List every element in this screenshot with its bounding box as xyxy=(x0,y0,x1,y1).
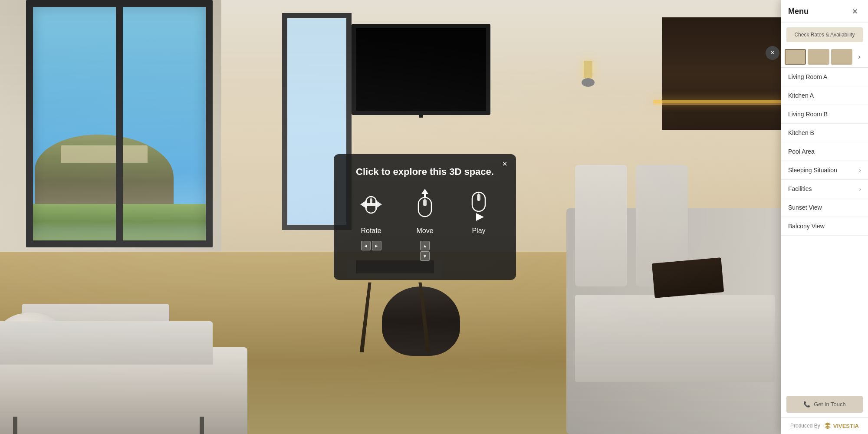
move-mouse-icon xyxy=(410,188,440,223)
play-mouse-icon xyxy=(464,188,494,223)
key-up: ▲ xyxy=(420,241,430,250)
thumbnail-3[interactable] xyxy=(831,49,852,65)
menu-item-kitchen-b[interactable]: Kitchen B xyxy=(781,124,868,142)
facilities-arrow: › xyxy=(859,185,861,192)
phone-icon: 📞 xyxy=(803,401,810,408)
wall-lamp xyxy=(582,61,595,87)
thumbnail-2[interactable] xyxy=(808,49,829,65)
sidebar-menu: Menu × Check Rates & Availability › Livi… xyxy=(781,0,868,434)
produced-by-footer: Produced By VIVESTIA xyxy=(781,417,868,434)
move-label: Move xyxy=(416,227,433,235)
vivestia-brand-name: VIVESTIA xyxy=(833,423,859,429)
rotate-label: Rotate xyxy=(361,227,381,235)
sidebar-title: Menu xyxy=(788,7,809,16)
move-keys: ▲ ▼ xyxy=(420,241,430,261)
get-in-touch-label: Get In Touch xyxy=(814,401,845,408)
instruction-controls: Rotate ◄ ► xyxy=(344,188,506,261)
menu-item-sunset-view[interactable]: Sunset View xyxy=(781,198,868,217)
key-left: ◄ xyxy=(361,241,371,250)
play-label: Play xyxy=(472,227,485,235)
check-rates-button[interactable]: Check Rates & Availability xyxy=(786,27,863,42)
menu-item-sleeping-situation[interactable]: Sleeping Situation › xyxy=(781,161,868,180)
move-control: Move ▲ ▼ xyxy=(398,188,452,261)
rotate-keys: ◄ ► xyxy=(361,241,381,250)
menu-item-balcony-view[interactable]: Balcony View xyxy=(781,217,868,236)
instruction-overlay: × Click to explore this 3D space. Rotate xyxy=(334,154,516,280)
rotate-mouse-icon xyxy=(356,188,386,223)
sidebar-header: Menu × xyxy=(781,0,868,23)
sofa-right xyxy=(566,122,783,434)
tv xyxy=(352,24,490,115)
sidebar-close-button[interactable]: × xyxy=(849,5,861,17)
play-control: Play xyxy=(452,188,506,235)
thumbnail-more-button[interactable]: › xyxy=(854,52,865,62)
sleeping-situation-arrow: › xyxy=(859,167,861,174)
menu-item-kitchen-a[interactable]: Kitchen A xyxy=(781,86,868,105)
rotate-control: Rotate ◄ ► xyxy=(344,188,398,250)
thumbnail-1[interactable] xyxy=(785,49,806,65)
vivestia-logo: VIVESTIA xyxy=(824,422,859,430)
menu-item-living-room-b[interactable]: Living Room B xyxy=(781,105,868,124)
instruction-title: Click to explore this 3D space. xyxy=(344,166,506,178)
menu-item-pool-area[interactable]: Pool Area xyxy=(781,142,868,161)
menu-item-facilities[interactable]: Facilities › xyxy=(781,180,868,198)
sofa-left xyxy=(0,269,247,434)
thumbnail-strip: › xyxy=(781,46,868,68)
produced-by-label: Produced By xyxy=(790,423,820,429)
get-in-touch-button[interactable]: 📞 Get In Touch xyxy=(786,396,863,413)
menu-item-living-room-a[interactable]: Living Room A xyxy=(781,68,868,86)
panel-close-button[interactable]: × xyxy=(766,46,779,60)
key-down: ▼ xyxy=(420,251,430,261)
key-right: ► xyxy=(372,241,381,250)
menu-items-list: Living Room A Kitchen A Living Room B Ki… xyxy=(781,68,868,391)
instruction-close-button[interactable]: × xyxy=(500,158,510,169)
